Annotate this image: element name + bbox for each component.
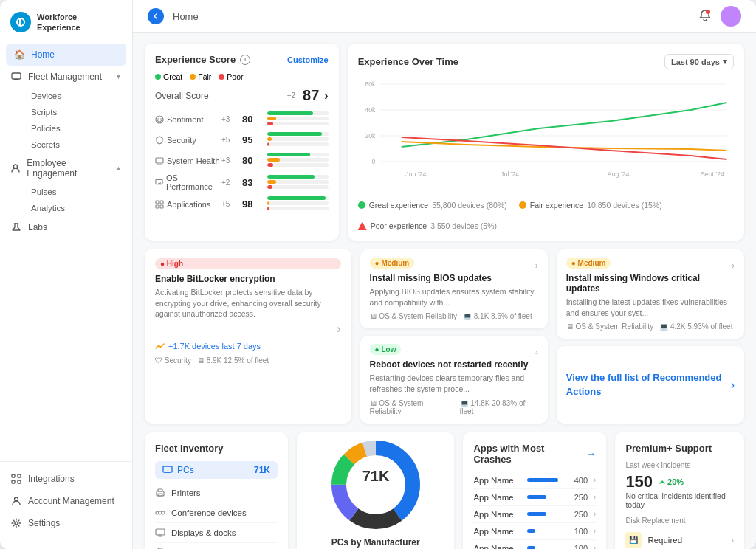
pulses-label: Pulses: [31, 187, 57, 196]
employee-label: Employee Engagement: [27, 158, 109, 179]
conference-label: Conference devices: [171, 508, 264, 517]
svg-rect-20: [160, 201, 163, 204]
crash-count-2: 250: [564, 493, 588, 502]
crash-bar-5: [527, 546, 558, 549]
sidebar-item-integrations[interactable]: Integrations: [0, 468, 132, 490]
sidebar-item-employee[interactable]: Employee Engagement ▲: [0, 153, 132, 184]
crash-row-4-arrow[interactable]: ›: [594, 527, 596, 535]
employee-icon: [10, 162, 21, 174]
recommended-link: View the full list of Recommended Action…: [566, 354, 731, 415]
sidebar-item-devices[interactable]: Devices: [21, 88, 132, 104]
bios-arrow[interactable]: ›: [535, 260, 538, 271]
reboot-title: Reboot devices not restarted recently: [370, 359, 538, 370]
crash-row-1-arrow[interactable]: ›: [594, 476, 596, 484]
apps-crashes-title: Apps with Most Crashes →: [473, 443, 596, 465]
apps-crashes-arrow[interactable]: →: [585, 448, 596, 460]
settings-label: Settings: [28, 518, 60, 528]
sidebar-item-home[interactable]: 🏠 Home: [6, 44, 126, 66]
osperf-change: +2: [221, 179, 242, 187]
experience-score-card: Experience Score i Customize Great Fair …: [145, 44, 339, 241]
overall-value: 87: [303, 87, 319, 104]
apps-crashes-title-text: Apps with Most Crashes: [473, 443, 581, 465]
user-avatar[interactable]: [721, 6, 741, 27]
conference-count: —: [269, 508, 278, 517]
account-label: Account Management: [28, 496, 114, 506]
fair-dot: [519, 201, 526, 209]
svg-point-4: [14, 165, 18, 168]
windows-meta-reliability: 🖥 OS & System Reliability: [566, 322, 653, 331]
topbar-right: [698, 6, 741, 27]
chart-title-text: Experience Over Time: [358, 56, 458, 67]
legend-poor: Poor: [219, 72, 243, 81]
account-icon: [10, 495, 22, 507]
recommended-actions-card[interactable]: View the full list of Recommended Action…: [557, 346, 744, 423]
svg-point-12: [706, 10, 710, 14]
svg-rect-6: [12, 474, 15, 477]
overall-score-row: Overall Score +2 87 ›: [155, 87, 329, 104]
crash-row-2: App Name 250 ›: [473, 489, 596, 506]
legend-poor: Poor experience 3,550 devices (5%): [358, 221, 497, 230]
legend-fair: Fair experience 10,850 devices (15%): [519, 201, 662, 210]
high-badge: ● High: [155, 258, 341, 269]
secrets-label: Secrets: [31, 140, 60, 149]
scripts-label: Scripts: [31, 108, 57, 117]
disk-label: Required: [647, 536, 725, 545]
fleet-subnav: Devices Scripts Policies Secrets: [0, 88, 132, 153]
legend-great: Great: [155, 72, 182, 81]
legend-fair: Fair: [190, 72, 211, 81]
main-content: Home Experience Score i Customize: [133, 0, 756, 549]
bitlocker-meta-fleet: 🖥 8.9K 12.5% of fleet: [197, 356, 269, 365]
sidebar-item-policies[interactable]: Policies: [21, 120, 132, 137]
svg-rect-19: [156, 201, 159, 204]
sidebar-item-account[interactable]: Account Management: [0, 490, 132, 512]
svg-rect-22: [160, 205, 163, 208]
svg-point-11: [15, 522, 18, 525]
bios-meta: 🖥 OS & System Reliability 💻 8.1K 8.6% of…: [370, 312, 538, 320]
score-info-icon[interactable]: i: [240, 55, 250, 65]
crash-app-3: App Name: [473, 510, 521, 519]
sidebar-item-scripts[interactable]: Scripts: [21, 104, 132, 120]
bitlocker-arrow[interactable]: ›: [155, 322, 341, 336]
reboot-meta: 🖥 OS & System Reliability 💻 14.8K 20.83%…: [370, 399, 538, 415]
crash-row-2-arrow[interactable]: ›: [594, 493, 596, 501]
reboot-meta-fleet: 💻 14.8K 20.83% of fleet: [460, 399, 538, 415]
back-button[interactable]: [148, 8, 164, 24]
svg-rect-38: [158, 489, 162, 491]
svg-text:Jul '24: Jul '24: [501, 170, 519, 178]
windows-title: Install missing Windows critical updates: [566, 273, 735, 294]
svg-point-10: [15, 497, 18, 501]
pcs-label: PCs: [162, 465, 194, 475]
disk-icon: 💾: [625, 532, 642, 548]
reboot-arrow[interactable]: ›: [535, 347, 538, 357]
windows-alert: ● Medium › Install missing Windows criti…: [557, 249, 744, 339]
customize-button[interactable]: Customize: [287, 55, 329, 64]
sidebar-item-settings[interactable]: Settings: [0, 512, 132, 534]
disk-arrow[interactable]: ›: [731, 536, 734, 545]
crash-row-3-arrow[interactable]: ›: [594, 510, 596, 518]
notification-bell[interactable]: [698, 9, 712, 24]
incidents-count-row: 150 20%: [625, 472, 734, 491]
windows-arrow[interactable]: ›: [732, 260, 735, 271]
phones-item: Phones & tablets —: [155, 543, 278, 549]
svg-rect-7: [18, 474, 21, 477]
svg-text:Jun '24: Jun '24: [405, 170, 426, 178]
time-range-dropdown[interactable]: Last 90 days ▾: [664, 54, 734, 69]
logo: WorkforceExperience: [0, 9, 132, 44]
svg-point-40: [156, 511, 159, 514]
sidebar-item-pulses[interactable]: Pulses: [21, 184, 132, 200]
bottom-section: Fleet Inventory PCs 71K Printers: [145, 432, 744, 549]
disk-replacement-section: Disk Replacement 💾 Required ›: [625, 517, 734, 549]
conference-item: Conference devices —: [155, 503, 278, 523]
sidebar-item-analytics[interactable]: Analytics: [21, 200, 132, 216]
chevron-down-icon: ▾: [723, 57, 727, 66]
sidebar-item-secrets[interactable]: Secrets: [21, 137, 132, 153]
svg-text:60k: 60k: [365, 80, 376, 88]
crash-row-5-arrow[interactable]: ›: [594, 544, 596, 549]
great-sublabel: 55,800 devices (80%): [432, 201, 507, 210]
apps-score-row: Applications +5 98: [155, 196, 329, 212]
sidebar-item-labs[interactable]: Labs: [0, 216, 132, 238]
sidebar-item-fleet[interactable]: Fleet Management ▼: [0, 66, 132, 88]
pcs-active-item[interactable]: PCs 71K: [155, 461, 278, 479]
windows-meta-fleet: 💻 4.2K 5.93% of fleet: [659, 322, 732, 331]
great-label: Great experience: [369, 201, 429, 210]
